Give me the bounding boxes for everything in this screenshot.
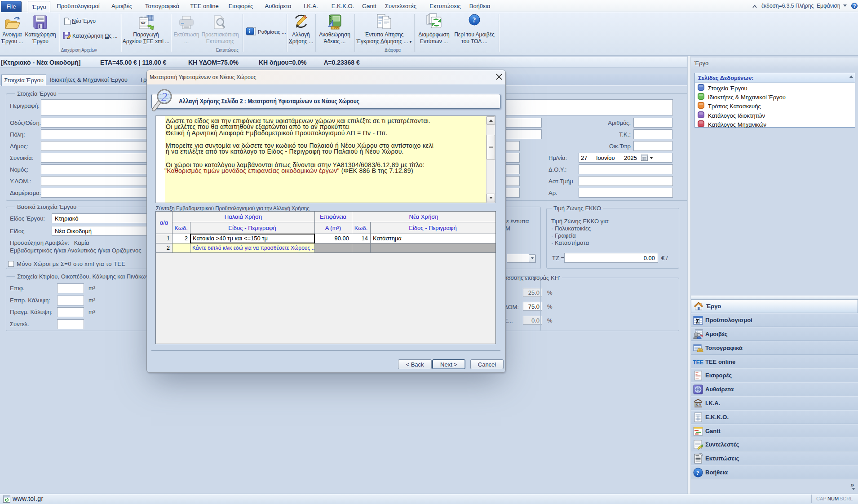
svg-text:Σ: Σ [696,318,699,325]
svg-text:TEE: TEE [693,359,703,366]
svg-text:IKA: IKA [694,402,702,407]
svg-text:<>: <> [141,21,146,26]
svg-text:?: ? [696,469,699,476]
svg-text:?: ? [473,16,476,24]
svg-text:2: 2 [161,90,167,103]
